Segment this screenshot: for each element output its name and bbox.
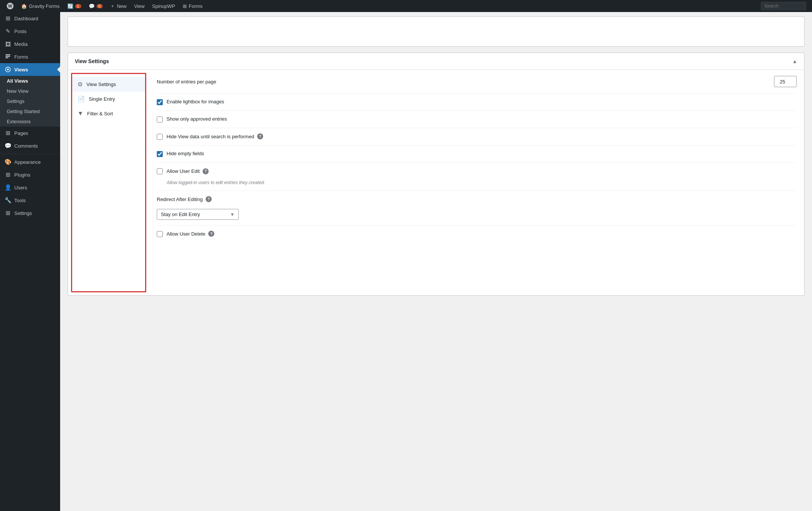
updates-count: 1 bbox=[75, 4, 81, 8]
site-name[interactable]: 🏠 Gravity Forms bbox=[17, 0, 64, 12]
hide-until-search-checkbox[interactable] bbox=[157, 134, 163, 140]
comments-sidebar-icon: 💬 bbox=[5, 142, 11, 149]
approved-label: Show only approved entries bbox=[167, 116, 227, 122]
updates-icon: 🔄 bbox=[67, 3, 73, 9]
nav-view-settings[interactable]: ⚙ View Settings bbox=[72, 77, 145, 92]
allow-edit-label: Allow User Edit bbox=[167, 168, 200, 174]
sidebar-item-media[interactable]: 🖼 Media bbox=[0, 38, 60, 50]
allow-delete-checkbox[interactable] bbox=[157, 231, 163, 237]
allow-edit-checkbox[interactable] bbox=[157, 168, 163, 174]
hide-until-search-help-icon[interactable]: ? bbox=[257, 133, 263, 139]
sidebar-item-getting-started[interactable]: Getting Started bbox=[0, 106, 60, 116]
tools-icon: 🔧 bbox=[5, 197, 11, 204]
plus-icon: ＋ bbox=[110, 3, 115, 9]
posts-icon: ✎ bbox=[5, 28, 11, 35]
entries-per-page-row: Number of entries per page bbox=[157, 70, 797, 94]
updates-button[interactable]: 🔄 1 bbox=[64, 0, 85, 12]
hide-empty-checkbox[interactable] bbox=[157, 151, 163, 157]
settings-content: Number of entries per page Enable lightb… bbox=[149, 70, 804, 295]
views-icon bbox=[5, 66, 11, 73]
pages-icon: ⊞ bbox=[5, 130, 11, 136]
settings-card-title: View Settings bbox=[75, 58, 109, 64]
forms-button[interactable]: ⊞ Forms bbox=[179, 0, 206, 12]
allow-edit-description: Allow logged-in users to edit entries th… bbox=[167, 180, 265, 185]
comments-count: 0 bbox=[97, 4, 103, 8]
appearance-icon: 🎨 bbox=[5, 159, 11, 165]
settings-nav: ⚙ View Settings 📄 Single Entry ▼ Filter … bbox=[71, 73, 146, 292]
users-icon: 👤 bbox=[5, 184, 11, 191]
settings-card-header: View Settings ▲ bbox=[68, 53, 804, 70]
allow-delete-help-icon[interactable]: ? bbox=[208, 231, 214, 237]
media-icon: 🖼 bbox=[5, 41, 11, 47]
sidebar: ⊞ Dashboard ✎ Posts 🖼 Media Forms bbox=[0, 12, 60, 511]
redirect-help-icon[interactable]: ? bbox=[206, 196, 212, 202]
sidebar-item-comments[interactable]: 💬 Comments bbox=[0, 139, 60, 152]
wp-icon: W bbox=[7, 3, 14, 9]
main-content: View Settings ▲ ⚙ View Settings 📄 Single… bbox=[60, 12, 812, 511]
settings-scrollable[interactable]: Number of entries per page Enable lightb… bbox=[149, 70, 804, 288]
filter-icon: ▼ bbox=[77, 110, 83, 117]
top-card bbox=[68, 17, 804, 47]
approved-row: Show only approved entries bbox=[157, 111, 797, 128]
dashboard-icon: ⊞ bbox=[5, 15, 11, 22]
entries-per-page-label: Number of entries per page bbox=[157, 79, 216, 85]
collapse-button[interactable]: ▲ bbox=[792, 58, 797, 64]
document-icon: 📄 bbox=[77, 95, 85, 103]
hide-empty-label: Hide empty fields bbox=[167, 151, 204, 156]
sidebar-item-views-settings[interactable]: Settings bbox=[0, 96, 60, 106]
svg-point-4 bbox=[7, 69, 9, 71]
spinupwp-button[interactable]: SpinupWP bbox=[148, 0, 179, 12]
sidebar-item-posts[interactable]: ✎ Posts bbox=[0, 25, 60, 38]
sidebar-item-users[interactable]: 👤 Users bbox=[0, 181, 60, 194]
home-icon: 🏠 bbox=[21, 3, 27, 9]
sidebar-section-main: ⊞ Dashboard ✎ Posts 🖼 Media Forms bbox=[0, 12, 60, 219]
settings-icon: ⊞ bbox=[5, 210, 11, 216]
sidebar-item-plugins[interactable]: ⊞ Plugins bbox=[0, 168, 60, 181]
redirect-after-edit-row: Redirect After Editing ? Stay on Edit En… bbox=[157, 191, 797, 225]
comments-button[interactable]: 💬 0 bbox=[85, 0, 106, 12]
view-settings-card: View Settings ▲ ⚙ View Settings 📄 Single… bbox=[68, 53, 804, 296]
allow-edit-row: Allow User Edit ? Allow logged-in users … bbox=[157, 163, 797, 191]
sidebar-item-extensions[interactable]: Extensions bbox=[0, 116, 60, 127]
sidebar-item-pages[interactable]: ⊞ Pages bbox=[0, 127, 60, 139]
sidebar-item-forms[interactable]: Forms bbox=[0, 50, 60, 63]
sidebar-item-settings[interactable]: ⊞ Settings bbox=[0, 207, 60, 219]
redirect-select[interactable]: Stay on Edit Entry ▼ bbox=[157, 209, 239, 220]
layout: ⊞ Dashboard ✎ Posts 🖼 Media Forms bbox=[0, 12, 812, 511]
sidebar-item-dashboard[interactable]: ⊞ Dashboard bbox=[0, 12, 60, 25]
forms-sidebar-icon bbox=[5, 53, 11, 60]
main-inner: View Settings ▲ ⚙ View Settings 📄 Single… bbox=[60, 12, 812, 303]
hide-empty-row: Hide empty fields bbox=[157, 145, 797, 163]
sidebar-item-all-views[interactable]: All Views bbox=[0, 76, 60, 86]
sidebar-item-tools[interactable]: 🔧 Tools bbox=[0, 194, 60, 207]
view-button[interactable]: View bbox=[130, 0, 148, 12]
views-submenu: All Views New View Settings Getting Star… bbox=[0, 76, 60, 127]
search-input[interactable] bbox=[761, 2, 806, 10]
lightbox-checkbox[interactable] bbox=[157, 99, 163, 105]
sidebar-divider bbox=[0, 154, 60, 154]
admin-bar: W 🏠 Gravity Forms 🔄 1 💬 0 ＋ New View Spi… bbox=[0, 0, 812, 12]
lightbox-label: Enable lightbox for images bbox=[167, 99, 224, 104]
hide-until-search-label: Hide View data until search is performed bbox=[167, 134, 254, 139]
entries-per-page-input[interactable] bbox=[774, 76, 797, 87]
sidebar-item-views[interactable]: Views bbox=[0, 63, 60, 76]
svg-rect-2 bbox=[6, 57, 9, 58]
approved-checkbox[interactable] bbox=[157, 116, 163, 122]
allow-delete-row: Allow User Delete ? bbox=[157, 225, 797, 242]
sidebar-item-appearance[interactable]: 🎨 Appearance bbox=[0, 156, 60, 168]
forms-icon: ⊞ bbox=[183, 3, 187, 9]
hide-until-search-row: Hide View data until search is performed… bbox=[157, 128, 797, 145]
wp-logo[interactable]: W bbox=[3, 0, 17, 12]
plugins-icon: ⊞ bbox=[5, 171, 11, 178]
allow-edit-help-icon[interactable]: ? bbox=[203, 168, 209, 174]
sidebar-item-new-view[interactable]: New View bbox=[0, 86, 60, 96]
nav-filter-sort[interactable]: ▼ Filter & Sort bbox=[72, 106, 145, 121]
settings-card-body: ⚙ View Settings 📄 Single Entry ▼ Filter … bbox=[68, 70, 804, 295]
svg-rect-0 bbox=[6, 54, 11, 55]
redirect-label: Redirect After Editing bbox=[157, 197, 203, 202]
comments-icon: 💬 bbox=[89, 3, 95, 9]
svg-rect-1 bbox=[6, 56, 11, 57]
chevron-down-icon: ▼ bbox=[230, 212, 235, 217]
new-button[interactable]: ＋ New bbox=[106, 0, 130, 12]
nav-single-entry[interactable]: 📄 Single Entry bbox=[72, 92, 145, 106]
